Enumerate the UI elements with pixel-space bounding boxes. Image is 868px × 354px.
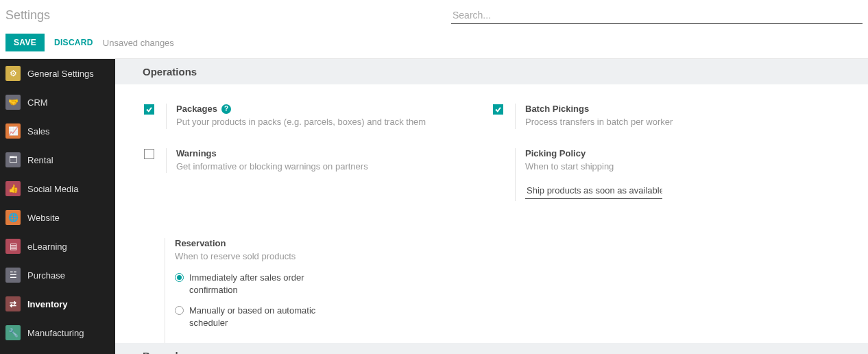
sidebar-item-website[interactable]: 🌐Website [0, 203, 115, 232]
batch-pickings-desc: Process transfers in batch per worker [525, 115, 841, 129]
sidebar-item-rental[interactable]: 🗔Rental [0, 145, 115, 174]
sidebar-item-label: Manufacturing [27, 328, 84, 338]
batch-pickings-title: Batch Pickings [525, 104, 841, 114]
warnings-desc: Get informative or blocking warnings on … [176, 160, 492, 174]
sidebar-item-label: Purchase [27, 270, 65, 281]
sidebar-icon: 🗔 [5, 152, 21, 167]
batch-pickings-checkbox[interactable] [493, 104, 503, 115]
sidebar-item-label: CRM [27, 97, 48, 108]
reservation-radio-immediate[interactable] [175, 273, 184, 282]
page-title: Settings [5, 8, 50, 23]
sidebar-item-label: Social Media [27, 184, 78, 194]
packages-checkbox[interactable] [144, 104, 154, 115]
sidebar-icon: 🤝 [5, 95, 21, 110]
sidebar-item-manufacturing[interactable]: 🔧Manufacturing [0, 318, 115, 347]
sidebar-item-label: Sales [27, 126, 50, 137]
picking-policy-desc: When to start shipping [525, 160, 841, 174]
sidebar-item-accounting[interactable]: ≣Accounting [0, 347, 115, 354]
section-header-operations: Operations [115, 59, 868, 84]
reservation-desc: When to reserve sold products [175, 250, 492, 263]
discard-button[interactable]: DISCARD [54, 38, 93, 47]
warnings-title: Warnings [176, 148, 492, 158]
sidebar-icon: ▤ [5, 239, 21, 254]
search-input[interactable] [451, 7, 863, 24]
sidebar-item-crm[interactable]: 🤝CRM [0, 88, 115, 117]
sidebar-item-label: Website [27, 213, 60, 223]
sidebar-item-label: General Settings [27, 69, 94, 79]
picking-policy-title: Picking Policy [525, 148, 841, 158]
save-button[interactable]: SAVE [5, 34, 45, 51]
sidebar-icon: 📈 [5, 123, 21, 139]
reservation-radio-manual[interactable] [175, 306, 184, 315]
section-header-barcode: Barcode [115, 343, 868, 354]
sidebar-item-social-media[interactable]: 👍Social Media [0, 174, 115, 203]
settings-content[interactable]: Operations Packages ? Put your products … [115, 59, 868, 354]
packages-title: Packages ? [176, 104, 492, 114]
reservation-label-manual: Manually or based on automatic scheduler [189, 305, 319, 329]
reservation-title: Reservation [175, 238, 492, 248]
sidebar-item-inventory[interactable]: ⇄Inventory [0, 290, 115, 318]
picking-policy-select[interactable]: Ship products as soon as available [525, 182, 662, 199]
unsaved-changes-label: Unsaved changes [103, 38, 174, 48]
sidebar-item-label: Inventory [27, 299, 68, 309]
settings-sidebar[interactable]: ⚙General Settings🤝CRM📈Sales🗔Rental👍Socia… [0, 59, 115, 354]
sidebar-item-general-settings[interactable]: ⚙General Settings [0, 59, 115, 88]
sidebar-item-label: eLearning [27, 241, 67, 252]
sidebar-item-sales[interactable]: 📈Sales [0, 117, 115, 145]
sidebar-item-purchase[interactable]: ☱Purchase [0, 261, 115, 290]
sidebar-icon: 🔧 [5, 325, 21, 340]
sidebar-icon: 👍 [5, 181, 21, 196]
sidebar-item-elearning[interactable]: ▤eLearning [0, 232, 115, 261]
sidebar-icon: ⇄ [5, 296, 21, 311]
packages-desc: Put your products in packs (e.g. parcels… [176, 115, 492, 129]
reservation-label-immediate: Immediately after sales order confirmati… [189, 272, 319, 296]
warnings-checkbox[interactable] [144, 149, 154, 159]
sidebar-icon: 🌐 [5, 210, 21, 225]
sidebar-icon: ⚙ [5, 66, 21, 81]
help-icon[interactable]: ? [221, 104, 231, 114]
sidebar-icon: ☱ [5, 268, 21, 283]
sidebar-item-label: Rental [27, 155, 53, 165]
